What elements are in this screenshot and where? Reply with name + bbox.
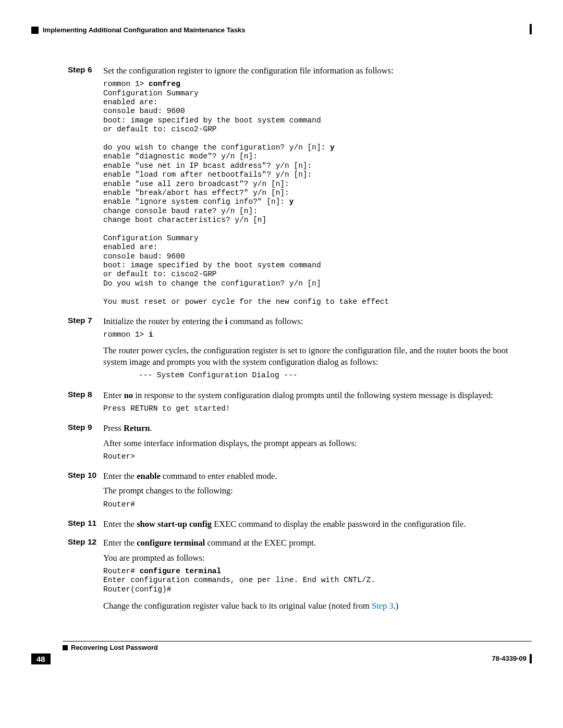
step-body: Initialize the router by entering the i …: [103, 316, 532, 386]
step-body: Set the configuration register to ignore…: [103, 65, 532, 312]
step-6: Step 6 Set the configuration register to…: [68, 65, 532, 312]
step-paragraph: Change the configuration register value …: [103, 600, 532, 612]
header-bullet-icon: [31, 27, 39, 34]
step-10: Step 10 Enter the enable command to ente…: [68, 471, 532, 514]
step-body: Enter the configure terminal command at …: [103, 537, 532, 615]
footer-mark-icon: [530, 654, 532, 663]
code-command: configure terminal: [140, 567, 222, 575]
step-label: Step 8: [68, 390, 103, 419]
code-block: Router# configure terminal Enter configu…: [103, 567, 532, 594]
footer-right: 78-4339-09: [492, 654, 532, 663]
code-block: Router>: [103, 452, 532, 461]
code-prompt: Router#: [103, 567, 140, 575]
step-label: Step 12: [68, 537, 103, 615]
step-text: Set the configuration register to ignore…: [103, 65, 532, 77]
step-label: Step 6: [68, 65, 103, 312]
code-block: Router#: [103, 500, 532, 509]
code-block: rommon 1> confreg Configuration Summary …: [103, 80, 532, 306]
code-output: Enter configuration commands, one per li…: [103, 576, 375, 593]
code-output: Configuration Summary enabled are: conso…: [103, 89, 330, 152]
code-block: rommon 1> i: [103, 330, 532, 339]
code-block: Press RETURN to get started!: [103, 404, 532, 413]
step-label: Step 11: [68, 519, 103, 533]
doc-number: 78-4339-09: [492, 655, 527, 662]
page-footer: Recovering Lost Password 48 78-4339-09: [63, 641, 532, 664]
step-paragraph: The prompt changes to the following:: [103, 485, 532, 497]
step-body: Press Return. After some interface infor…: [103, 423, 532, 466]
step-12: Step 12 Enter the configure terminal com…: [68, 537, 532, 615]
code-output: enable "diagnostic mode"? y/n [n]: enabl…: [103, 152, 312, 206]
step-text: Enter the enable command to enter enable…: [103, 471, 532, 482]
step-paragraph: The router power cycles, the configurati…: [103, 345, 532, 368]
header-title: Implementing Additional Configuration an…: [43, 26, 246, 34]
step-9: Step 9 Press Return. After some interfac…: [68, 423, 532, 466]
code-block: --- System Configuration Dialog ---: [139, 371, 532, 380]
code-command: confreg: [149, 80, 180, 88]
step-link[interactable]: Step 3: [372, 601, 394, 611]
step-text: Enter no in response to the system confi…: [103, 390, 532, 401]
step-body: Enter the enable command to enter enable…: [103, 471, 532, 514]
step-label: Step 7: [68, 316, 103, 386]
code-input: y: [289, 198, 294, 206]
code-command: i: [149, 330, 153, 339]
code-prompt: rommon 1>: [103, 330, 149, 339]
page-number: 48: [31, 653, 51, 664]
step-paragraph: After some interface information display…: [103, 438, 532, 449]
code-input: y: [330, 143, 335, 152]
step-7: Step 7 Initialize the router by entering…: [68, 316, 532, 386]
code-prompt: rommon 1>: [103, 80, 149, 88]
step-8: Step 8 Enter no in response to the syste…: [68, 390, 532, 419]
step-paragraph: You are prompted as follows:: [103, 552, 532, 564]
page-number-box: 48: [31, 653, 51, 664]
code-output: change console baud rate? y/n [n]: chang…: [103, 207, 389, 306]
footer-rule: [63, 641, 532, 641]
page-header: Implementing Additional Configuration an…: [31, 26, 532, 34]
footer-bullet-icon: [63, 645, 68, 650]
step-body: Enter the show start-up config EXEC comm…: [103, 519, 532, 533]
step-body: Enter no in response to the system confi…: [103, 390, 532, 419]
step-text: Press Return.: [103, 423, 532, 434]
step-label: Step 10: [68, 471, 103, 514]
footer-title: Recovering Lost Password: [71, 644, 158, 651]
step-11: Step 11 Enter the show start-up config E…: [68, 519, 532, 533]
step-label: Step 9: [68, 423, 103, 466]
step-text: Enter the configure terminal command at …: [103, 537, 532, 549]
header-right-mark-icon: [530, 24, 532, 34]
step-text: Initialize the router by entering the i …: [103, 316, 532, 327]
step-text: Enter the show start-up config EXEC comm…: [103, 519, 532, 530]
